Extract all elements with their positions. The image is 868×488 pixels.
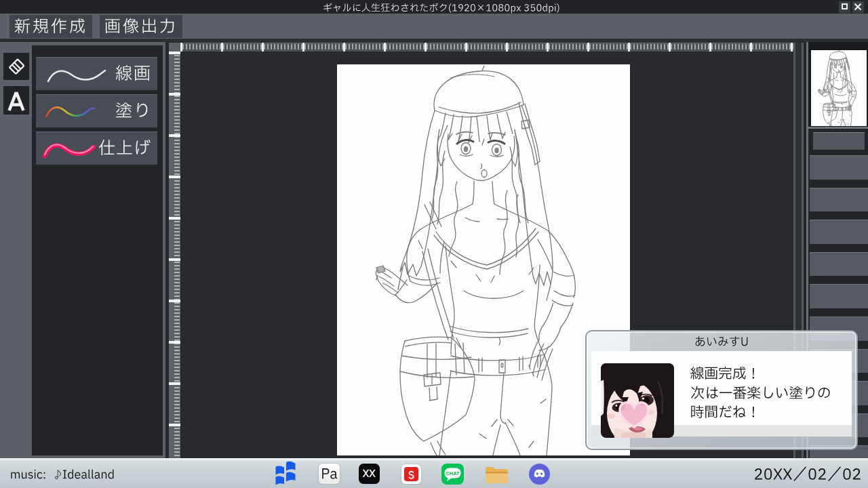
svg-text:CHAT: CHAT	[446, 470, 460, 476]
